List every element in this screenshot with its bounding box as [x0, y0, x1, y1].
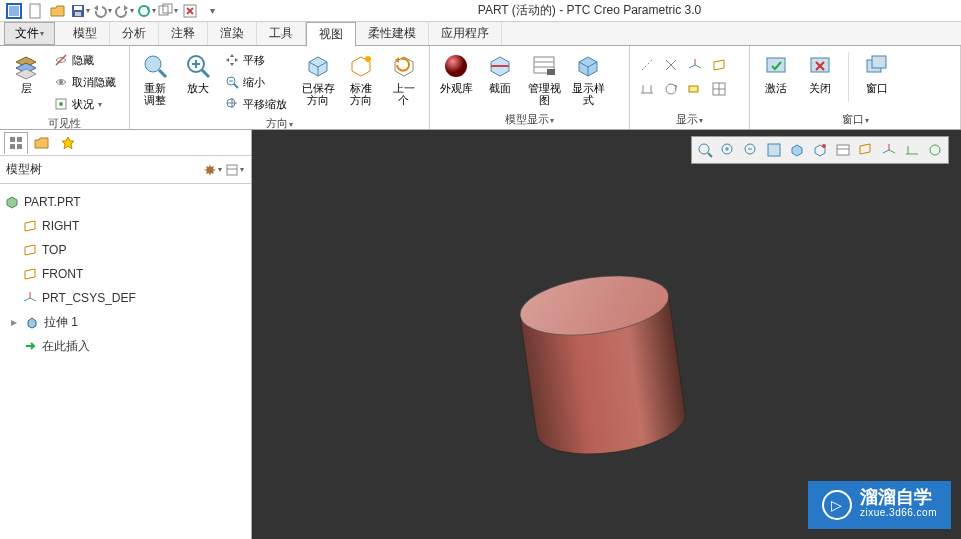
layers-button[interactable]: 层: [6, 48, 46, 94]
qat-regen-icon[interactable]: ▾: [136, 2, 156, 20]
csys-icon: [22, 290, 38, 306]
watermark-logo-icon: ▷: [822, 490, 852, 520]
svg-line-58: [708, 153, 712, 157]
qat-new-icon[interactable]: [26, 2, 46, 20]
unhide-button[interactable]: 取消隐藏: [50, 72, 119, 92]
svg-point-13: [59, 102, 63, 106]
manage-view-button[interactable]: 管理视图: [524, 48, 564, 106]
section-button[interactable]: 截面: [480, 48, 520, 94]
tab-analysis[interactable]: 分析: [110, 22, 159, 45]
pan-button[interactable]: 平移: [221, 50, 295, 70]
svg-rect-29: [547, 69, 555, 75]
section-label: 截面: [489, 82, 511, 94]
qat-open-icon[interactable]: [48, 2, 68, 20]
display-style-button[interactable]: 显示样 式: [568, 48, 608, 106]
tab-model[interactable]: 模型: [61, 22, 110, 45]
disp-csys-icon[interactable]: [684, 54, 706, 76]
expand-icon[interactable]: ▸: [8, 315, 20, 329]
appearance-button[interactable]: 外观库: [436, 48, 476, 94]
svg-rect-66: [837, 145, 849, 155]
disp-annot-icon[interactable]: [636, 78, 658, 100]
insert-icon: [22, 338, 38, 354]
layers-label: 层: [21, 82, 32, 94]
tree-item-extrude[interactable]: ▸ 拉伸 1: [4, 310, 247, 334]
vt-saved-icon[interactable]: [809, 139, 831, 161]
vt-refit-icon[interactable]: [694, 139, 716, 161]
file-menu[interactable]: 文件▾: [4, 22, 55, 45]
window-button[interactable]: 窗口: [857, 48, 897, 94]
close-button[interactable]: 关闭: [800, 48, 840, 94]
qat-save-icon[interactable]: ▾: [70, 2, 90, 20]
tab-flex[interactable]: 柔性建模: [356, 22, 429, 45]
vt-spin-icon[interactable]: [924, 139, 946, 161]
tab-render[interactable]: 渲染: [208, 22, 257, 45]
tree-display-icon[interactable]: ▾: [223, 159, 245, 181]
vt-viewmgr-icon[interactable]: [832, 139, 854, 161]
vt-datum-plane-icon[interactable]: [855, 139, 877, 161]
qat-windows-icon[interactable]: ▾: [158, 2, 178, 20]
status-button[interactable]: 状况▾: [50, 94, 119, 114]
vt-zoomout-icon[interactable]: [740, 139, 762, 161]
vt-shade-icon[interactable]: [786, 139, 808, 161]
svg-line-69: [889, 150, 895, 153]
tree-item-front[interactable]: FRONT: [4, 262, 247, 286]
disp-plane-icon[interactable]: [708, 54, 730, 76]
svg-rect-1: [9, 6, 19, 16]
saved-label: 已保存 方向: [302, 82, 335, 106]
sb-tab-tree[interactable]: [4, 132, 28, 154]
tab-annotate[interactable]: 注释: [159, 22, 208, 45]
disp-axis-icon[interactable]: [636, 54, 658, 76]
prev-orient-button[interactable]: 上一 个: [384, 48, 423, 106]
zoomin-button[interactable]: 放大: [179, 48, 218, 94]
sb-tab-folder[interactable]: [30, 132, 54, 154]
svg-rect-48: [10, 137, 15, 142]
svg-line-30: [642, 60, 652, 70]
vt-datum-csys-icon[interactable]: [878, 139, 900, 161]
tree-item-right[interactable]: RIGHT: [4, 214, 247, 238]
group-orient-label: 方向: [266, 117, 288, 129]
tree-item-top[interactable]: TOP: [4, 238, 247, 262]
extrude-icon: [24, 314, 40, 330]
qat-dropdown-icon[interactable]: ▾: [202, 2, 222, 20]
std-orient-button[interactable]: 标准 方向: [342, 48, 381, 106]
tab-view[interactable]: 视图: [306, 22, 356, 47]
disp-spin-icon[interactable]: [660, 78, 682, 100]
group-disp-label: 显示: [676, 113, 698, 125]
zoomout-button[interactable]: 缩小: [221, 72, 295, 92]
mgview-label: 管理视图: [524, 82, 564, 106]
tab-apps[interactable]: 应用程序: [429, 22, 502, 45]
vt-repaint-icon[interactable]: [763, 139, 785, 161]
disp-tag-icon[interactable]: [684, 78, 706, 100]
file-menu-label: 文件: [15, 25, 39, 42]
disp-grid-icon[interactable]: [708, 78, 730, 100]
tree-item-insert[interactable]: 在此插入: [4, 334, 247, 358]
tree-header-label: 模型树: [6, 161, 201, 178]
vt-zoomin-icon[interactable]: [717, 139, 739, 161]
activate-button[interactable]: 激活: [756, 48, 796, 94]
window-title: PART (活动的) - PTC Creo Parametric 3.0: [222, 2, 957, 19]
vt-annot-icon[interactable]: [901, 139, 923, 161]
qat-redo-icon[interactable]: ▾: [114, 2, 134, 20]
qat-undo-icon[interactable]: ▾: [92, 2, 112, 20]
svg-line-34: [695, 65, 701, 68]
qat-close-win-icon[interactable]: [180, 2, 200, 20]
svg-point-57: [699, 144, 709, 154]
hide-button[interactable]: 隐藏: [50, 50, 119, 70]
panzoom-button[interactable]: 平移缩放: [221, 94, 295, 114]
part-icon: [4, 194, 20, 210]
refit-button[interactable]: 重新 调整: [136, 48, 175, 106]
tree-root-label: PART.PRT: [24, 195, 81, 209]
svg-line-35: [689, 65, 695, 68]
tab-tools[interactable]: 工具: [257, 22, 306, 45]
plane-icon: [22, 242, 38, 258]
qat-window-icon[interactable]: [4, 2, 24, 20]
tree-item-csys[interactable]: PRT_CSYS_DEF: [4, 286, 247, 310]
tree-settings-icon[interactable]: ▾: [201, 159, 223, 181]
svg-point-65: [822, 144, 826, 148]
svg-point-11: [59, 80, 63, 84]
tree-root[interactable]: PART.PRT: [4, 190, 247, 214]
saved-orient-button[interactable]: 已保存 方向: [299, 48, 338, 106]
disp-point-icon[interactable]: [660, 54, 682, 76]
3d-viewport[interactable]: ▷ 溜溜自学 zixue.3d66.com: [252, 130, 961, 539]
sb-tab-fav[interactable]: [56, 132, 80, 154]
